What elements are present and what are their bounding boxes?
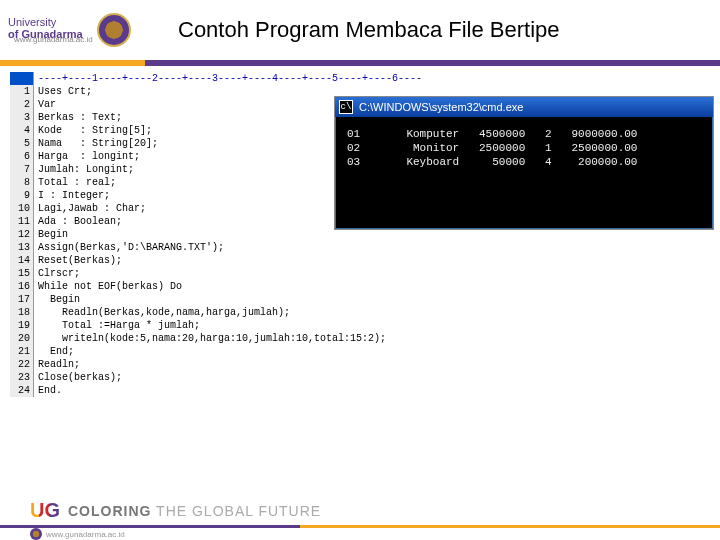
code-text: Kode : String[5]; — [38, 125, 152, 136]
cmd-icon: c\ — [339, 100, 353, 114]
slide-header: University of Gunadarma www.gunadarma.ac… — [0, 0, 720, 60]
line-number: 14 — [10, 254, 34, 267]
code-text: Close(berkas); — [38, 372, 122, 383]
line-number: 16 — [10, 280, 34, 293]
line-number: 18 — [10, 306, 34, 319]
code-line: 18 Readln(Berkas,kode,nama,harga,jumlah)… — [10, 306, 710, 319]
code-line: 13Assign(Berkas,'D:\BARANG.TXT'); — [10, 241, 710, 254]
cmd-titlebar[interactable]: c\ C:\WINDOWS\system32\cmd.exe — [335, 97, 713, 117]
line-number: 17 — [10, 293, 34, 306]
footer-url: www.gunadarma.ac.id — [46, 530, 125, 539]
line-number: 22 — [10, 358, 34, 371]
line-number: 8 — [10, 176, 34, 189]
code-line: 16While not EOF(berkas) Do — [10, 280, 710, 293]
code-text: Reset(Berkas); — [38, 255, 122, 266]
code-text: I : Integer; — [38, 190, 110, 201]
code-text: Clrscr; — [38, 268, 80, 279]
university-logo-block: University of Gunadarma www.gunadarma.ac… — [8, 13, 158, 47]
code-text: Total : real; — [38, 177, 116, 188]
footer-seal-icon — [30, 528, 42, 540]
code-text: Harga : longint; — [38, 151, 140, 162]
cmd-window: c\ C:\WINDOWS\system32\cmd.exe 01 Komput… — [334, 96, 714, 230]
footer-logo-block: UG COLORING THE GLOBAL FUTURE — [30, 499, 321, 522]
code-line: 24End. — [10, 384, 710, 397]
code-text: Nama : String[20]; — [38, 138, 158, 149]
line-number: 6 — [10, 150, 34, 163]
code-text: Jumlah: Longint; — [38, 164, 134, 175]
line-number: 2 — [10, 98, 34, 111]
code-text: Readln(Berkas,kode,nama,harga,jumlah); — [38, 307, 290, 318]
code-line: 17 Begin — [10, 293, 710, 306]
line-number: 23 — [10, 371, 34, 384]
cmd-output: 01 Komputer 4500000 2 9000000.00 02 Moni… — [335, 117, 713, 229]
slide-content: ----+----1----+----2----+----3----+----4… — [0, 66, 720, 486]
code-text: While not EOF(berkas) Do — [38, 281, 182, 292]
slide-title: Contoh Program Membaca File Bertipe — [166, 17, 712, 43]
line-number: 19 — [10, 319, 34, 332]
cmd-title: C:\WINDOWS\system32\cmd.exe — [359, 101, 523, 113]
code-text: Lagi,Jawab : Char; — [38, 203, 146, 214]
code-text: Uses Crt; — [38, 86, 92, 97]
code-line: 15Clrscr; — [10, 267, 710, 280]
code-line: 23Close(berkas); — [10, 371, 710, 384]
code-text: Readln; — [38, 359, 80, 370]
footer-tagline: COLORING THE GLOBAL FUTURE — [68, 503, 321, 519]
university-name-line1: University — [8, 16, 93, 28]
code-line: 22Readln; — [10, 358, 710, 371]
line-number: 9 — [10, 189, 34, 202]
code-text: Var — [38, 99, 56, 110]
code-line: 19 Total :=Harga * jumlah; — [10, 319, 710, 332]
line-number: 21 — [10, 345, 34, 358]
university-name: University of Gunadarma www.gunadarma.ac… — [8, 16, 93, 45]
editor-ruler: ----+----1----+----2----+----3----+----4… — [10, 72, 710, 85]
ug-badge: UG — [30, 499, 60, 522]
code-text: Assign(Berkas,'D:\BARANG.TXT'); — [38, 242, 224, 253]
code-text: Berkas : Text; — [38, 112, 122, 123]
code-text: Total :=Harga * jumlah; — [38, 320, 200, 331]
university-url: www.gunadarma.ac.id — [14, 36, 93, 45]
code-line: 21 End; — [10, 345, 710, 358]
line-number: 10 — [10, 202, 34, 215]
line-number: 1 — [10, 85, 34, 98]
line-number: 13 — [10, 241, 34, 254]
university-seal-icon — [97, 13, 131, 47]
line-number: 7 — [10, 163, 34, 176]
code-line: 20 writeln(kode:5,nama:20,harga:10,jumla… — [10, 332, 710, 345]
code-line: 14Reset(Berkas); — [10, 254, 710, 267]
line-number: 4 — [10, 124, 34, 137]
code-text: Begin — [38, 229, 68, 240]
code-text: Begin — [38, 294, 80, 305]
line-number: 20 — [10, 332, 34, 345]
code-text: End; — [38, 346, 74, 357]
line-number: 5 — [10, 137, 34, 150]
code-text: End. — [38, 385, 62, 396]
line-number: 15 — [10, 267, 34, 280]
slide-footer: UG COLORING THE GLOBAL FUTURE www.gunada… — [0, 492, 720, 540]
line-number: 24 — [10, 384, 34, 397]
line-number: 11 — [10, 215, 34, 228]
code-text: Ada : Boolean; — [38, 216, 122, 227]
line-number: 12 — [10, 228, 34, 241]
line-number: 3 — [10, 111, 34, 124]
footer-seal: www.gunadarma.ac.id — [30, 528, 125, 540]
code-text: writeln(kode:5,nama:20,harga:10,jumlah:1… — [38, 333, 386, 344]
